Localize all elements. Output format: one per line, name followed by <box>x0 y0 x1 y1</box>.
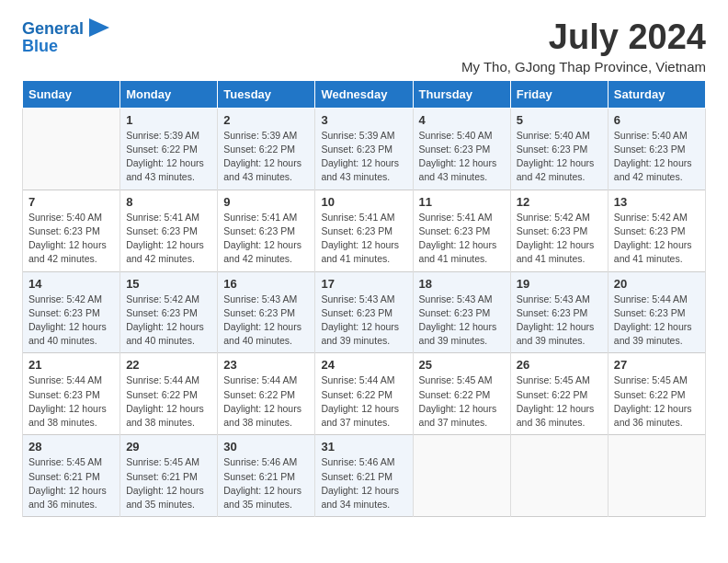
calendar-cell: 14Sunrise: 5:42 AM Sunset: 6:23 PM Dayli… <box>23 271 120 353</box>
calendar-cell: 21Sunrise: 5:44 AM Sunset: 6:23 PM Dayli… <box>23 353 120 435</box>
day-info: Sunrise: 5:43 AM Sunset: 6:23 PM Dayligh… <box>517 293 602 349</box>
calendar-table: SundayMondayTuesdayWednesdayThursdayFrid… <box>22 80 706 517</box>
col-header-thursday: Thursday <box>413 80 510 108</box>
page-header: General Blue July 2024 My Tho, GJong Tha… <box>22 18 706 75</box>
day-number: 30 <box>223 440 309 454</box>
day-number: 25 <box>419 358 505 372</box>
day-number: 6 <box>614 113 700 127</box>
day-number: 14 <box>28 277 114 291</box>
day-info: Sunrise: 5:40 AM Sunset: 6:23 PM Dayligh… <box>517 129 602 185</box>
day-info: Sunrise: 5:45 AM Sunset: 6:22 PM Dayligh… <box>614 373 700 430</box>
day-number: 7 <box>28 195 114 209</box>
calendar-cell <box>413 435 510 517</box>
day-number: 16 <box>223 277 309 291</box>
day-info: Sunrise: 5:42 AM Sunset: 6:23 PM Dayligh… <box>517 211 602 267</box>
calendar-week-row: 1Sunrise: 5:39 AM Sunset: 6:22 PM Daylig… <box>23 108 706 190</box>
day-info: Sunrise: 5:41 AM Sunset: 6:23 PM Dayligh… <box>321 211 406 267</box>
day-number: 11 <box>419 195 505 209</box>
day-info: Sunrise: 5:41 AM Sunset: 6:23 PM Dayligh… <box>419 211 505 267</box>
calendar-cell: 27Sunrise: 5:45 AM Sunset: 6:22 PM Dayli… <box>608 353 705 435</box>
calendar-cell: 22Sunrise: 5:44 AM Sunset: 6:22 PM Dayli… <box>120 353 218 435</box>
day-info: Sunrise: 5:46 AM Sunset: 6:21 PM Dayligh… <box>321 455 406 511</box>
day-number: 2 <box>223 113 309 127</box>
calendar-cell: 5Sunrise: 5:40 AM Sunset: 6:23 PM Daylig… <box>510 108 608 190</box>
day-number: 21 <box>28 358 114 372</box>
day-info: Sunrise: 5:39 AM Sunset: 6:22 PM Dayligh… <box>223 129 309 185</box>
calendar-cell: 3Sunrise: 5:39 AM Sunset: 6:23 PM Daylig… <box>315 108 413 190</box>
calendar-cell: 31Sunrise: 5:46 AM Sunset: 6:21 PM Dayli… <box>315 435 413 517</box>
logo-icon <box>85 15 111 40</box>
calendar-cell: 26Sunrise: 5:45 AM Sunset: 6:22 PM Dayli… <box>510 353 608 435</box>
day-info: Sunrise: 5:43 AM Sunset: 6:23 PM Dayligh… <box>419 293 505 349</box>
calendar-cell: 23Sunrise: 5:44 AM Sunset: 6:22 PM Dayli… <box>218 353 315 435</box>
calendar-cell: 11Sunrise: 5:41 AM Sunset: 6:23 PM Dayli… <box>413 190 510 271</box>
calendar-cell: 18Sunrise: 5:43 AM Sunset: 6:23 PM Dayli… <box>413 271 510 353</box>
calendar-cell: 8Sunrise: 5:41 AM Sunset: 6:23 PM Daylig… <box>120 190 218 271</box>
day-number: 18 <box>419 277 505 291</box>
day-number: 9 <box>223 195 309 209</box>
svg-marker-0 <box>89 18 109 37</box>
calendar-week-row: 7Sunrise: 5:40 AM Sunset: 6:23 PM Daylig… <box>23 190 706 271</box>
day-info: Sunrise: 5:40 AM Sunset: 6:23 PM Dayligh… <box>419 129 505 185</box>
day-number: 20 <box>614 277 700 291</box>
subtitle: My Tho, GJong Thap Province, Vietnam <box>461 59 706 75</box>
col-header-friday: Friday <box>510 80 608 108</box>
day-info: Sunrise: 5:39 AM Sunset: 6:23 PM Dayligh… <box>321 129 406 185</box>
calendar-cell <box>23 108 120 190</box>
logo-blue-text: Blue <box>22 37 58 55</box>
day-number: 22 <box>126 358 211 372</box>
day-number: 5 <box>517 113 602 127</box>
day-number: 13 <box>614 195 700 209</box>
day-number: 19 <box>517 277 602 291</box>
day-info: Sunrise: 5:43 AM Sunset: 6:23 PM Dayligh… <box>223 293 309 349</box>
day-number: 4 <box>419 113 505 127</box>
day-info: Sunrise: 5:39 AM Sunset: 6:22 PM Dayligh… <box>126 129 211 185</box>
title-block: July 2024 My Tho, GJong Thap Province, V… <box>461 18 706 75</box>
col-header-tuesday: Tuesday <box>218 80 315 108</box>
calendar-cell: 1Sunrise: 5:39 AM Sunset: 6:22 PM Daylig… <box>120 108 218 190</box>
calendar-cell: 9Sunrise: 5:41 AM Sunset: 6:23 PM Daylig… <box>218 190 315 271</box>
calendar-cell: 4Sunrise: 5:40 AM Sunset: 6:23 PM Daylig… <box>413 108 510 190</box>
day-info: Sunrise: 5:45 AM Sunset: 6:22 PM Dayligh… <box>517 373 602 430</box>
calendar-cell: 30Sunrise: 5:46 AM Sunset: 6:21 PM Dayli… <box>218 435 315 517</box>
day-number: 29 <box>126 440 211 454</box>
day-number: 15 <box>126 277 211 291</box>
day-number: 12 <box>517 195 602 209</box>
day-info: Sunrise: 5:45 AM Sunset: 6:22 PM Dayligh… <box>419 373 505 430</box>
calendar-cell: 7Sunrise: 5:40 AM Sunset: 6:23 PM Daylig… <box>23 190 120 271</box>
day-info: Sunrise: 5:45 AM Sunset: 6:21 PM Dayligh… <box>28 455 114 511</box>
logo: General Blue <box>22 18 111 57</box>
day-number: 8 <box>126 195 211 209</box>
day-number: 26 <box>517 358 602 372</box>
calendar-cell: 29Sunrise: 5:45 AM Sunset: 6:21 PM Dayli… <box>120 435 218 517</box>
day-number: 23 <box>223 358 309 372</box>
day-number: 24 <box>321 358 406 372</box>
day-info: Sunrise: 5:42 AM Sunset: 6:23 PM Dayligh… <box>126 293 211 349</box>
calendar-cell: 16Sunrise: 5:43 AM Sunset: 6:23 PM Dayli… <box>218 271 315 353</box>
day-number: 3 <box>321 113 406 127</box>
day-info: Sunrise: 5:40 AM Sunset: 6:23 PM Dayligh… <box>614 129 700 185</box>
calendar-cell <box>510 435 608 517</box>
calendar-cell: 25Sunrise: 5:45 AM Sunset: 6:22 PM Dayli… <box>413 353 510 435</box>
day-number: 17 <box>321 277 406 291</box>
day-info: Sunrise: 5:42 AM Sunset: 6:23 PM Dayligh… <box>614 211 700 267</box>
day-number: 28 <box>28 440 114 454</box>
calendar-week-row: 21Sunrise: 5:44 AM Sunset: 6:23 PM Dayli… <box>23 353 706 435</box>
day-info: Sunrise: 5:42 AM Sunset: 6:23 PM Dayligh… <box>28 293 114 349</box>
col-header-sunday: Sunday <box>23 80 120 108</box>
day-number: 31 <box>321 440 406 454</box>
calendar-cell: 6Sunrise: 5:40 AM Sunset: 6:23 PM Daylig… <box>608 108 705 190</box>
calendar-cell: 17Sunrise: 5:43 AM Sunset: 6:23 PM Dayli… <box>315 271 413 353</box>
day-info: Sunrise: 5:44 AM Sunset: 6:23 PM Dayligh… <box>28 373 114 430</box>
col-header-monday: Monday <box>120 80 218 108</box>
calendar-cell: 28Sunrise: 5:45 AM Sunset: 6:21 PM Dayli… <box>23 435 120 517</box>
calendar-cell: 19Sunrise: 5:43 AM Sunset: 6:23 PM Dayli… <box>510 271 608 353</box>
calendar-cell: 20Sunrise: 5:44 AM Sunset: 6:23 PM Dayli… <box>608 271 705 353</box>
col-header-wednesday: Wednesday <box>315 80 413 108</box>
col-header-saturday: Saturday <box>608 80 705 108</box>
day-info: Sunrise: 5:41 AM Sunset: 6:23 PM Dayligh… <box>126 211 211 267</box>
day-info: Sunrise: 5:44 AM Sunset: 6:22 PM Dayligh… <box>126 373 211 430</box>
day-number: 27 <box>614 358 700 372</box>
day-info: Sunrise: 5:44 AM Sunset: 6:22 PM Dayligh… <box>223 373 309 430</box>
calendar-cell <box>608 435 705 517</box>
